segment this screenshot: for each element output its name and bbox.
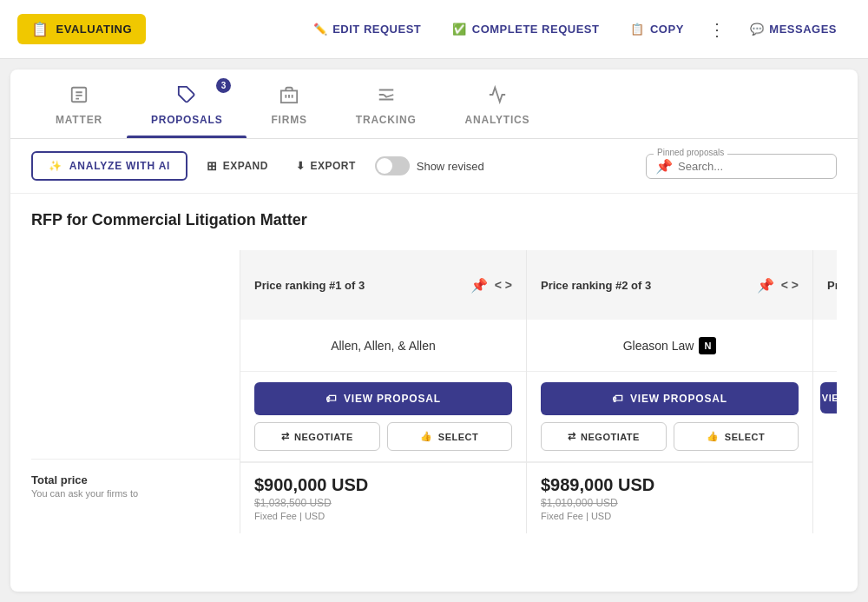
proposals-label: PROPOSALS xyxy=(151,114,223,126)
negotiate-icon-1: ⇄ xyxy=(281,431,290,442)
total-price-label-cell: Total price You can ask your firms to xyxy=(31,459,240,513)
proposal-1-view-button[interactable]: 🏷 VIEW PROPOSAL xyxy=(254,382,512,415)
status-badge: 📋 EVALUATING xyxy=(17,14,146,44)
proposal-3-header: Price rank... xyxy=(813,250,837,320)
proposal-1-negotiate-button[interactable]: ⇄ NEGOTIATE xyxy=(254,422,380,451)
proposal-1-ranking: Price ranking #1 of 3 xyxy=(254,279,464,292)
notion-badge: N xyxy=(699,337,716,354)
rfp-title: RFP for Commercial Litigation Matter xyxy=(31,211,837,229)
edit-request-button[interactable]: ✏️ EDIT REQUEST xyxy=(299,16,436,43)
proposal-2-price-main: $989,000 USD xyxy=(541,475,799,495)
proposal-1-price-main: $900,000 USD xyxy=(254,475,512,495)
pin-icon: 📌 xyxy=(655,158,673,175)
proposal-3-view-button[interactable]: VIEW PROPOSAL xyxy=(820,382,837,413)
copy-button[interactable]: 📋 COPY xyxy=(616,16,697,43)
matter-label: MATTER xyxy=(56,114,102,126)
proposal-1-firm-name: Allen, Allen, & Allen xyxy=(240,320,526,372)
tabs: MATTER 3 PROPOSALS FIRMS TRACKING ANAL xyxy=(10,69,858,139)
proposal-col-3: Price rank... L... VIEW PROPOSAL xyxy=(812,250,837,533)
tab-matter[interactable]: MATTER xyxy=(31,69,127,138)
evaluating-icon: 📋 xyxy=(31,21,49,37)
proposal-2-code-button[interactable]: < > xyxy=(781,278,799,292)
proposal-2-actions: 🏷 VIEW PROPOSAL ⇄ NEGOTIATE 👍 SELECT xyxy=(527,372,812,462)
thumbsup-icon-2: 👍 xyxy=(707,431,720,442)
proposal-2-view-button[interactable]: 🏷 VIEW PROPOSAL xyxy=(541,382,799,415)
tracking-icon xyxy=(377,85,396,109)
pinned-proposals-label: Pinned proposals xyxy=(654,148,727,157)
negotiate-icon-2: ⇄ xyxy=(568,431,576,442)
proposals-icon xyxy=(177,85,196,109)
proposal-2-ranking: Price ranking #2 of 3 xyxy=(541,279,750,292)
proposals-area: Total price You can ask your firms to Pr… xyxy=(31,250,837,533)
proposal-1-code-button[interactable]: < > xyxy=(495,278,512,292)
proposal-1-select-button[interactable]: 👍 SELECT xyxy=(387,422,513,451)
top-bar-actions: ✏️ EDIT REQUEST ✅ COMPLETE REQUEST 📋 COP… xyxy=(299,14,851,45)
firms-icon xyxy=(279,85,299,109)
proposal-1-secondary-actions: ⇄ NEGOTIATE 👍 SELECT xyxy=(254,422,512,451)
proposal-1-header: Price ranking #1 of 3 📌 < > xyxy=(240,250,526,320)
matter-icon xyxy=(69,85,89,109)
expand-button[interactable]: ⊞ EXPAND xyxy=(198,154,277,178)
tag-icon-2: 🏷 xyxy=(612,393,623,405)
show-revised-toggle-group: Show revised xyxy=(375,156,484,175)
proposal-2-negotiate-button[interactable]: ⇄ NEGOTIATE xyxy=(541,422,667,451)
proposal-1-pin-button[interactable]: 📌 xyxy=(470,277,488,294)
wand-icon: ✨ xyxy=(49,160,62,172)
export-button[interactable]: ⬇ EXPORT xyxy=(287,155,365,177)
expand-icon: ⊞ xyxy=(207,159,218,173)
proposal-3-firm-name: L... xyxy=(813,320,837,372)
edit-icon: ✏️ xyxy=(313,23,328,36)
main-content: RFP for Commercial Litigation Matter Tot… xyxy=(10,194,858,551)
proposal-2-price-type: Fixed Fee | USD xyxy=(541,511,799,521)
export-icon: ⬇ xyxy=(296,160,306,172)
proposal-3-ranking: Price rank... xyxy=(827,279,837,292)
tab-proposals[interactable]: 3 PROPOSALS xyxy=(127,69,247,138)
proposal-1-price-original: $1,038,500 USD xyxy=(254,497,512,509)
proposal-1-price-cell: $900,000 USD $1,038,500 USD Fixed Fee | … xyxy=(240,462,526,533)
proposal-2-secondary-actions: ⇄ NEGOTIATE 👍 SELECT xyxy=(541,422,799,451)
proposal-2-select-button[interactable]: 👍 SELECT xyxy=(674,422,799,451)
total-price-label: Total price xyxy=(31,473,240,486)
analytics-label: ANALYTICS xyxy=(465,114,530,126)
analyze-with-ai-button[interactable]: ✨ ANALYZE WITH AI xyxy=(31,151,187,181)
pinned-proposals-search: Pinned proposals 📌 xyxy=(646,154,837,179)
total-price-sub: You can ask your firms to xyxy=(31,488,240,499)
more-options-button[interactable]: ⋮ xyxy=(701,14,733,45)
tab-analytics[interactable]: ANALYTICS xyxy=(441,69,555,138)
status-label: EVALUATING xyxy=(56,23,133,36)
show-revised-label: Show revised xyxy=(417,160,484,173)
messages-icon: 💬 xyxy=(750,23,765,36)
proposal-1-price-type: Fixed Fee | USD xyxy=(254,511,512,521)
tag-icon-1: 🏷 xyxy=(326,393,337,405)
pinned-search-inner: 📌 xyxy=(655,158,827,175)
proposal-col-1: Price ranking #1 of 3 📌 < > Allen, Allen… xyxy=(240,250,526,533)
thumbsup-icon-1: 👍 xyxy=(420,431,433,442)
show-revised-toggle[interactable] xyxy=(375,156,410,175)
firms-label: FIRMS xyxy=(271,114,306,126)
tab-firms[interactable]: FIRMS xyxy=(247,69,331,138)
content-area: MATTER 3 PROPOSALS FIRMS TRACKING ANAL xyxy=(10,69,858,592)
top-bar: 📋 EVALUATING ✏️ EDIT REQUEST ✅ COMPLETE … xyxy=(0,0,868,59)
toolbar: ✨ ANALYZE WITH AI ⊞ EXPAND ⬇ EXPORT Show… xyxy=(10,139,858,194)
proposal-2-price-cell: $989,000 USD $1,010,000 USD Fixed Fee | … xyxy=(527,462,812,533)
proposal-2-header: Price ranking #2 of 3 📌 < > xyxy=(527,250,812,320)
proposal-2-firm-name: Gleason Law N xyxy=(527,320,812,372)
copy-icon: 📋 xyxy=(630,23,645,36)
proposal-col-2: Price ranking #2 of 3 📌 < > Gleason Law … xyxy=(526,250,812,533)
proposals-badge: 3 xyxy=(216,78,231,93)
complete-request-button[interactable]: ✅ COMPLETE REQUEST xyxy=(438,16,613,43)
pinned-search-input[interactable] xyxy=(678,160,827,173)
messages-button[interactable]: 💬 MESSAGES xyxy=(736,16,851,43)
analytics-icon xyxy=(488,85,507,109)
row-labels: Total price You can ask your firms to xyxy=(31,250,240,533)
tracking-label: TRACKING xyxy=(356,114,417,126)
check-icon: ✅ xyxy=(452,23,467,36)
proposal-1-actions: 🏷 VIEW PROPOSAL ⇄ NEGOTIATE 👍 SELECT xyxy=(240,372,526,462)
proposal-2-price-original: $1,010,000 USD xyxy=(541,497,799,509)
proposal-2-pin-button[interactable]: 📌 xyxy=(757,277,774,294)
tab-tracking[interactable]: TRACKING xyxy=(332,69,441,138)
